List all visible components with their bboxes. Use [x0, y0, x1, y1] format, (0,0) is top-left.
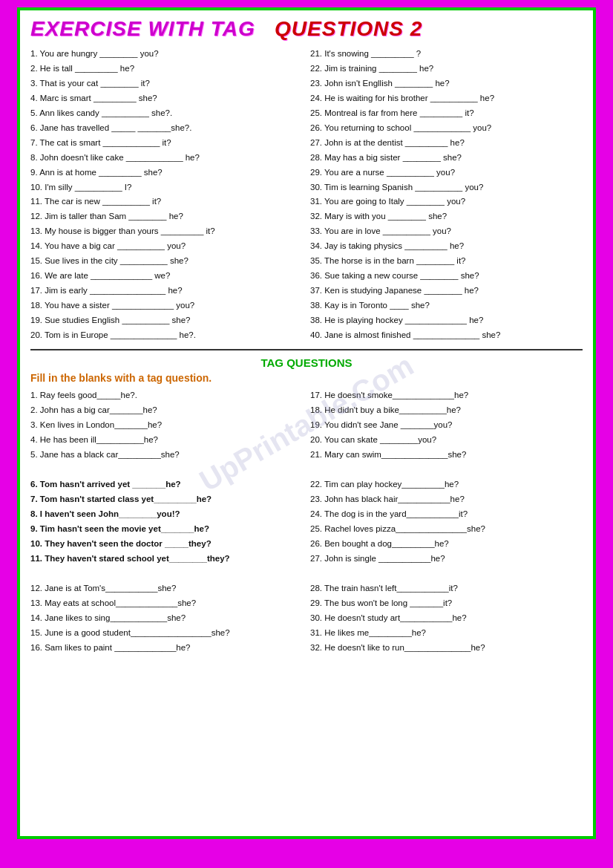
part1-right-col: 21. It's snowing _________ ?22. Jim is t… [310, 47, 583, 343]
list-item: 15. Sue lives in the city __________ she… [30, 254, 303, 268]
section2-title: TAG QUESTIONS [30, 356, 583, 369]
list-item: 38. He is playing hockey _____________ h… [310, 313, 583, 327]
list-item: 15. June is a good student______________… [30, 626, 303, 640]
fill-instruction: Fill in the blanks with a tag question. [30, 372, 583, 384]
list-item: 12. Jane is at Tom's___________she? [30, 581, 303, 595]
list-item: 37. Ken is studying Japanese ________ he… [310, 284, 583, 298]
list-item: 2. He is tall _________ he? [30, 62, 303, 76]
list-item: 16. We are late _____________ we? [30, 269, 303, 283]
list-item: 1. Ray feels good_____he?. [30, 388, 303, 402]
list-item: 18. You have a sister _____________ you? [30, 298, 303, 313]
list-item: 13. May eats at school_____________she? [30, 596, 303, 610]
list-item: 20. Tom is in Europe ______________ he?. [30, 328, 303, 342]
list-item [30, 567, 303, 581]
list-item: 7. The cat is smart ____________ it? [30, 136, 303, 150]
list-item: 4. He has been ill__________he? [30, 433, 303, 447]
list-item: 4. Marc is smart _________ she? [30, 91, 303, 105]
list-item: 6. Jane has travelled _____ _______she?. [30, 121, 303, 135]
list-item: 8. I haven't seen John________you!? [30, 507, 303, 521]
list-item: 5. Ann likes candy __________ she?. [30, 106, 303, 120]
list-item: 28. May has a big sister ________ she? [310, 151, 583, 165]
list-item: 2. John has a big car_______he? [30, 403, 303, 417]
list-item: 27. John is single ___________he? [310, 552, 583, 566]
list-item: 9. Ann is at home _________ she? [30, 166, 303, 180]
page-title: EXERCISE WITH TAG QUESTIONS 2 [30, 18, 583, 41]
part1-left-col: 1. You are hungry ________ you?2. He is … [30, 47, 303, 343]
part1-section: 1. You are hungry ________ you?2. He is … [30, 47, 583, 343]
list-item: 3. Ken lives in London_______he? [30, 418, 303, 432]
list-item: 32. He doesn't like to run______________… [310, 641, 583, 655]
list-item: 18. He didn't buy a bike__________he? [310, 403, 583, 417]
list-item: 12. Jim is taller than Sam ________ he? [30, 209, 303, 223]
list-item: 11. The car is new __________ it? [30, 195, 303, 209]
list-item: 32. Mary is with you ________ she? [310, 209, 583, 223]
part2-cols: 1. Ray feels good_____he?.2. John has a … [30, 388, 583, 655]
list-item: 29. You are a nurse __________ you? [310, 166, 583, 180]
list-item: 25. Rachel loves pizza_______________she… [310, 522, 583, 536]
list-item: 26. Ben bought a dog_________he? [310, 537, 583, 551]
list-item: 19. You didn't see Jane _______you? [310, 418, 583, 432]
page: UpPrintable.Com EXERCISE WITH TAG QUESTI… [17, 7, 596, 839]
list-item: 16. Sam likes to paint _____________he? [30, 641, 303, 655]
list-item [310, 567, 583, 581]
part2-left-col: 1. Ray feels good_____he?.2. John has a … [30, 388, 303, 655]
list-item: 38. Kay is in Toronto ____ she? [310, 298, 583, 313]
list-item: 17. He doesn't smoke_____________he? [310, 388, 583, 402]
list-item: 7. Tom hasn't started class yet_________… [30, 492, 303, 506]
list-item: 24. The dog is in the yard___________it? [310, 507, 583, 521]
list-item: 14. You have a big car __________ you? [30, 239, 303, 253]
list-item: 23. John isn't Engllish ________ he? [310, 76, 583, 91]
list-item [310, 463, 583, 477]
list-item: 17. Jim is early ________________ he? [30, 284, 303, 298]
list-item: 27. John is at the dentist _________ he? [310, 136, 583, 150]
list-item: 29. The bus won't be long _______it? [310, 596, 583, 610]
list-item: 20. You can skate ________you? [310, 433, 583, 447]
list-item: 6. Tom hasn't arrived yet _______he? [30, 477, 303, 492]
list-item: 22. Jim is training ________ he? [310, 62, 583, 76]
list-item: 21. Mary can swim______________she? [310, 448, 583, 462]
list-item: 10. I'm silly __________ I? [30, 180, 303, 195]
list-item: 28. The train hasn't left___________it? [310, 581, 583, 595]
list-item: 31. He likes me_________he? [310, 626, 583, 640]
list-item: 5. Jane has a black car_________she? [30, 448, 303, 462]
list-item: 14. Jane likes to sing____________she? [30, 611, 303, 625]
list-item: 34. Jay is taking physics _________ he? [310, 239, 583, 253]
list-item: 30. He doesn't study art___________he? [310, 611, 583, 625]
part2-section: Fill in the blanks with a tag question. … [30, 372, 583, 655]
list-item: 26. You returning to school ____________… [310, 121, 583, 135]
list-item: 8. John doesn't like cake ____________ h… [30, 151, 303, 165]
list-item [30, 463, 303, 477]
list-item: 21. It's snowing _________ ? [310, 47, 583, 61]
list-item: 1. You are hungry ________ you? [30, 47, 303, 61]
part2-right-col: 17. He doesn't smoke_____________he?18. … [310, 388, 583, 655]
list-item: 33. You are in love __________ you? [310, 224, 583, 238]
list-item: 36. Sue taking a new course ________ she… [310, 269, 583, 283]
list-item: 22. Tim can play hockey_________he? [310, 477, 583, 492]
list-item: 13. My house is bigger than yours ______… [30, 224, 303, 238]
list-item: 25. Montreal is far from here _________ … [310, 106, 583, 120]
list-item: 35. The horse is in the barn ________ it… [310, 254, 583, 268]
list-item: 24. He is waiting for his brother ______… [310, 91, 583, 105]
list-item: 30. Tim is learning Spanish __________ y… [310, 180, 583, 195]
list-item: 3. That is your cat ________ it? [30, 76, 303, 91]
list-item: 23. John has black hair___________he? [310, 492, 583, 506]
list-item: 9. Tim hasn't seen the movie yet_______h… [30, 522, 303, 536]
list-item: 11. They haven't stared school yet______… [30, 552, 303, 566]
list-item: 40. Jane is almost finished ____________… [310, 328, 583, 342]
list-item: 10. They haven't seen the doctor _____th… [30, 537, 303, 551]
list-item: 19. Sue studies English __________ she? [30, 313, 303, 327]
list-item: 31. You are going to Italy ________ you? [310, 195, 583, 209]
